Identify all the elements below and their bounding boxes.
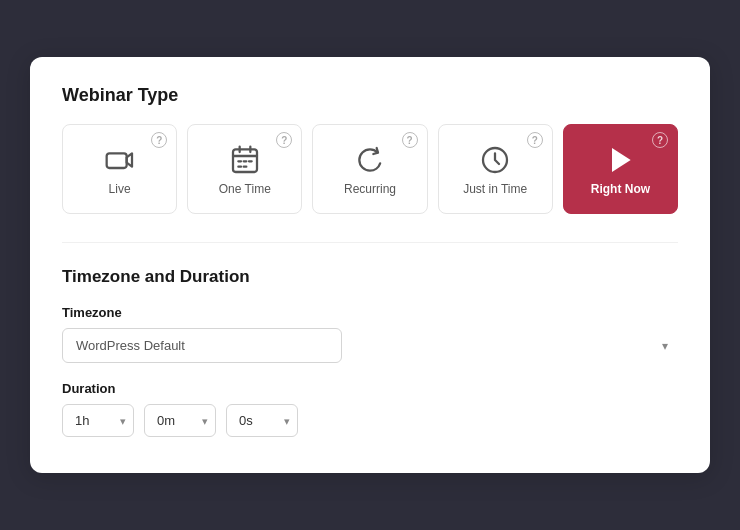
section-divider (62, 242, 678, 243)
duration-hours-wrapper: 1h 0h 2h 3h 4h ▾ (62, 404, 134, 437)
type-label-one-time: One Time (219, 182, 271, 196)
duration-seconds-wrapper: 0s 30s ▾ (226, 404, 298, 437)
type-label-recurring: Recurring (344, 182, 396, 196)
duration-minutes-wrapper: 0m 15m 30m 45m ▾ (144, 404, 216, 437)
svg-marker-11 (612, 148, 631, 172)
timezone-chevron-icon: ▾ (662, 339, 668, 353)
duration-row: 1h 0h 2h 3h 4h ▾ 0m 15m 30m 45m ▾ 0s 30s… (62, 404, 678, 437)
play-icon (604, 144, 636, 176)
type-option-recurring[interactable]: ? Recurring (312, 124, 427, 214)
question-icon-live[interactable]: ? (151, 132, 167, 148)
duration-seconds-select[interactable]: 0s 30s (226, 404, 298, 437)
timezone-select-wrapper: WordPress Default UTC America/New_York A… (62, 328, 678, 363)
clock-icon (479, 144, 511, 176)
calendar-icon (229, 144, 261, 176)
duration-hours-select[interactable]: 1h 0h 2h 3h 4h (62, 404, 134, 437)
question-icon-one-time[interactable]: ? (276, 132, 292, 148)
camera-icon (104, 144, 136, 176)
type-option-right-now[interactable]: ? Right Now (563, 124, 678, 214)
duration-label: Duration (62, 381, 678, 396)
timezone-select[interactable]: WordPress Default UTC America/New_York A… (62, 328, 342, 363)
svg-rect-0 (106, 153, 126, 168)
main-card: Webinar Type ? Live ? (30, 57, 710, 473)
question-icon-recurring[interactable]: ? (402, 132, 418, 148)
question-icon-right-now[interactable]: ? (652, 132, 668, 148)
type-option-live[interactable]: ? Live (62, 124, 177, 214)
recurring-icon (354, 144, 386, 176)
type-option-one-time[interactable]: ? One Time (187, 124, 302, 214)
type-label-right-now: Right Now (591, 182, 650, 196)
question-icon-just-in-time[interactable]: ? (527, 132, 543, 148)
type-label-live: Live (109, 182, 131, 196)
type-option-just-in-time[interactable]: ? Just in Time (438, 124, 553, 214)
duration-minutes-select[interactable]: 0m 15m 30m 45m (144, 404, 216, 437)
timezone-duration-title: Timezone and Duration (62, 267, 678, 287)
type-label-just-in-time: Just in Time (463, 182, 527, 196)
webinar-type-options: ? Live ? (62, 124, 678, 214)
timezone-label: Timezone (62, 305, 678, 320)
webinar-type-title: Webinar Type (62, 85, 678, 106)
